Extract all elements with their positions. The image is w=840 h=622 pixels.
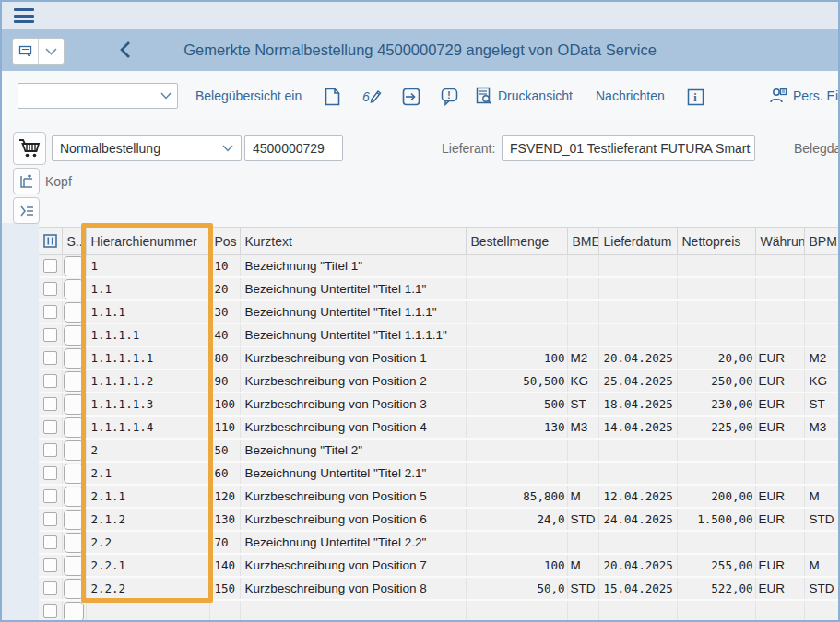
cell-hier[interactable]: 1.1.1.1.1 (86, 346, 209, 370)
cell-datum[interactable]: 18.04.2025 (598, 393, 677, 416)
cell-datum[interactable]: 20.04.2025 (598, 554, 677, 577)
row-checkbox[interactable] (43, 420, 57, 434)
cell-hier[interactable]: 2 (86, 439, 209, 462)
cell-menge[interactable] (466, 531, 567, 554)
cell-hier[interactable] (86, 600, 209, 622)
row-status-box[interactable] (64, 602, 84, 622)
cell-preis[interactable] (677, 600, 755, 622)
cell-bme[interactable]: KG (567, 370, 598, 393)
shopping-cart-button[interactable] (13, 132, 46, 165)
cell-pos[interactable]: 20 (209, 277, 240, 300)
cell-menge[interactable]: 100 (466, 554, 567, 577)
cell-bme[interactable] (567, 531, 598, 554)
cell-kurztext[interactable]: Kurzbeschreibung von Position 2 (240, 370, 466, 393)
supplier-field[interactable]: FSVEND_01 Testlieferant FUTURA Smart 1 (502, 135, 755, 161)
cell-menge[interactable]: 24,0 (466, 508, 567, 531)
cell-preis[interactable]: 255,00 (677, 554, 755, 577)
cell-hier[interactable]: 1.1.1.1.3 (86, 393, 209, 416)
cell-hier[interactable]: 2.1 (86, 462, 209, 485)
cell-preis[interactable] (677, 255, 755, 278)
cell-datum[interactable] (598, 255, 677, 278)
cell-waehrung[interactable] (755, 255, 804, 278)
cell-pos[interactable]: 70 (209, 531, 240, 554)
col-header-hierarchienummer[interactable]: Hierarchienummer (86, 228, 209, 255)
row-status-box[interactable] (64, 464, 84, 484)
copy-document-icon[interactable] (322, 87, 342, 107)
cell-datum[interactable]: 12.04.2025 (598, 485, 677, 508)
cell-kurztext[interactable]: Kurzbeschreibung von Position 5 (240, 485, 466, 508)
cell-kurztext[interactable]: Bezeichnung "Titel 1" (240, 255, 466, 278)
cell-bme[interactable]: M2 (567, 346, 598, 370)
cell-kurztext[interactable]: Bezeichnung "Titel 2" (240, 439, 466, 462)
col-header-status[interactable]: S.. (62, 228, 86, 255)
col-header-kurztext[interactable]: Kurztext (240, 228, 466, 255)
cell-datum[interactable] (598, 323, 677, 346)
cell-bpm[interactable] (804, 600, 839, 622)
cell-menge[interactable] (466, 439, 567, 462)
document-overview-toggle[interactable]: Belegübersicht ein (195, 71, 302, 121)
cell-menge[interactable] (466, 462, 567, 485)
cell-hier[interactable]: 1.1 (86, 277, 209, 300)
cell-waehrung[interactable] (755, 300, 804, 323)
cell-bme[interactable]: STD (567, 508, 598, 531)
messages-icon[interactable]: ! (440, 87, 460, 107)
cell-kurztext[interactable]: Bezeichnung Untertitel "Titel 1.1.1.1" (240, 323, 466, 346)
cell-waehrung[interactable]: EUR (755, 577, 804, 600)
cell-menge[interactable]: 50,0 (466, 577, 567, 600)
row-status-box[interactable] (64, 440, 84, 461)
col-header-nettopreis[interactable]: Nettopreis (677, 228, 755, 255)
cell-kurztext[interactable]: Kurzbeschreibung von Position 8 (240, 577, 466, 600)
cell-bpm[interactable] (804, 323, 839, 346)
cell-pos[interactable]: 80 (209, 346, 240, 370)
cell-preis[interactable]: 522,00 (677, 577, 755, 600)
cell-menge[interactable] (466, 600, 567, 622)
cell-hier[interactable]: 1 (86, 255, 209, 278)
cell-bpm[interactable]: M (804, 485, 839, 508)
cell-bme[interactable] (567, 255, 598, 278)
row-checkbox[interactable] (43, 512, 57, 526)
cell-pos[interactable]: 40 (209, 323, 240, 346)
cell-menge[interactable] (466, 255, 567, 278)
command-combobox[interactable] (18, 83, 178, 109)
cell-kurztext[interactable]: Kurzbeschreibung von Position 6 (240, 508, 466, 531)
display-change-icon[interactable]: 6 (361, 87, 382, 107)
cell-datum[interactable] (598, 600, 677, 622)
expand-header-button[interactable] (13, 168, 40, 194)
cell-menge[interactable] (466, 300, 567, 323)
row-status-box[interactable] (64, 256, 84, 276)
col-header-pos[interactable]: Pos (209, 228, 240, 255)
cell-menge[interactable] (466, 277, 567, 300)
cell-bme[interactable] (567, 300, 598, 323)
cell-preis[interactable]: 230,00 (677, 393, 755, 416)
cell-preis[interactable]: 250,00 (677, 370, 755, 393)
row-status-box[interactable] (64, 279, 84, 299)
cell-hier[interactable]: 1.1.1 (86, 300, 209, 323)
col-header-select-all[interactable] (39, 228, 62, 255)
row-status-box[interactable] (64, 325, 84, 346)
cell-bme[interactable] (567, 439, 598, 462)
row-checkbox[interactable] (43, 351, 57, 365)
cell-preis[interactable] (677, 439, 755, 462)
cell-kurztext[interactable] (240, 600, 466, 622)
cell-waehrung[interactable] (755, 462, 804, 485)
cell-bpm[interactable] (804, 531, 839, 554)
row-checkbox[interactable] (43, 443, 57, 457)
cell-datum[interactable] (598, 462, 677, 485)
cell-waehrung[interactable]: EUR (755, 393, 804, 416)
cell-waehrung[interactable] (755, 277, 804, 300)
cell-hier[interactable]: 2.2.2 (86, 577, 209, 600)
cell-menge[interactable]: 85,800 (466, 485, 567, 508)
item-detail-toggle-button[interactable] (13, 197, 40, 224)
gui-actions-icon[interactable] (13, 39, 38, 64)
cell-bme[interactable] (567, 462, 598, 485)
cell-pos[interactable]: 90 (209, 370, 240, 393)
hamburger-menu-icon[interactable] (14, 8, 34, 23)
cell-preis[interactable]: 200,00 (677, 485, 755, 508)
cell-bpm[interactable]: ST (804, 393, 839, 416)
cell-bme[interactable]: M3 (567, 416, 598, 439)
cell-datum[interactable]: 15.04.2025 (598, 577, 677, 600)
cell-bme[interactable]: ST (567, 393, 598, 416)
cell-bpm[interactable] (804, 277, 839, 300)
row-status-box[interactable] (64, 510, 84, 530)
col-header-bpm[interactable]: BPM (804, 228, 839, 255)
